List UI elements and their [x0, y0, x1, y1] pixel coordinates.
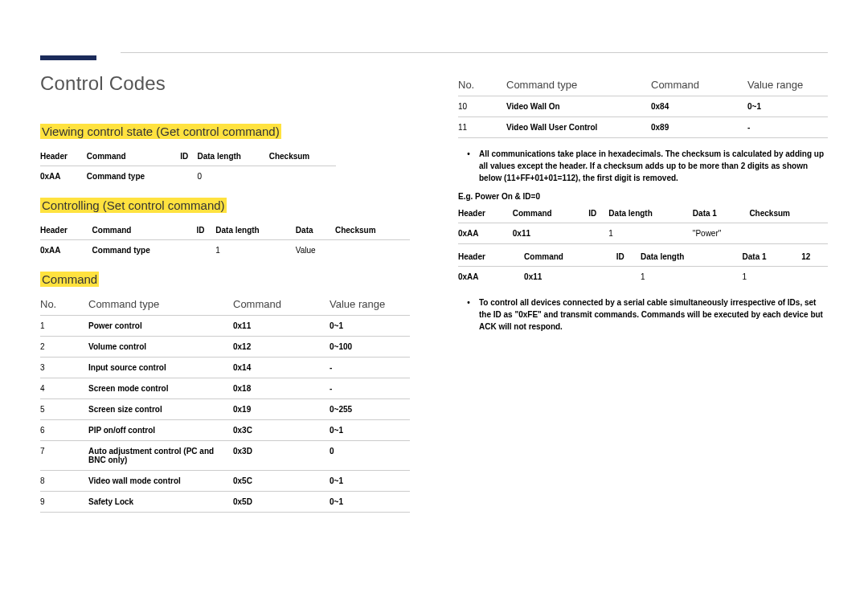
td: "Power" — [693, 223, 750, 244]
col-no: No. — [40, 298, 88, 310]
col-range: Value range — [330, 298, 410, 310]
table-row: 5Screen size control0x190~255 — [40, 399, 410, 420]
cell-type: Power control — [88, 316, 233, 337]
divider-line — [121, 52, 828, 53]
td: 0xAA — [458, 267, 524, 288]
th: Header — [40, 147, 87, 166]
th: Checksum — [269, 147, 336, 166]
th: Checksum — [335, 221, 410, 240]
cell-range: 0~1 — [330, 316, 410, 337]
cell-no: 8 — [40, 471, 88, 492]
td: Command type — [92, 240, 197, 261]
cell-no: 1 — [40, 316, 88, 337]
td: 1 — [608, 223, 693, 244]
th: Header — [458, 247, 524, 267]
td — [269, 166, 336, 187]
note-broadcast: • To control all devices connected by a … — [458, 296, 828, 333]
th: Command — [87, 147, 180, 166]
td: Command type — [87, 166, 180, 187]
th: Command — [92, 221, 197, 240]
table-row: 0xAA 0x11 1 1 — [458, 267, 828, 288]
cell-range: 0~1 — [747, 96, 828, 117]
table-row: 3Input source control0x14- — [40, 358, 410, 378]
th: Data length — [198, 147, 269, 166]
th: Data length — [608, 204, 693, 223]
command-list-right: 10Video Wall On0x840~111Video Wall User … — [458, 96, 828, 138]
th: Checksum — [749, 204, 828, 223]
page-content: Control Codes Viewing control state (Get… — [40, 72, 828, 589]
col-type: Command type — [88, 298, 233, 310]
command-table-header-right: No. Command type Command Value range — [458, 72, 828, 96]
accent-bar — [40, 55, 96, 60]
cell-range: - — [330, 358, 410, 378]
cell-command: 0x14 — [233, 358, 330, 378]
th: Data length — [641, 247, 743, 267]
table-row: 7Auto adjustment control (PC and BNC onl… — [40, 441, 410, 471]
example-table-b: Header Command ID Data length Data 1 12 … — [458, 247, 828, 287]
viewing-table: Header Command ID Data length Checksum 0… — [40, 147, 336, 186]
note-checksum: • All communications take place in hexad… — [458, 148, 828, 184]
table-row: 2Volume control0x120~100 — [40, 337, 410, 358]
td — [616, 267, 641, 288]
cell-command: 0x18 — [233, 378, 330, 399]
header-rule — [40, 50, 828, 56]
td: 1 — [743, 267, 802, 288]
table-header-row: Header Command ID Data length Data 1 Che… — [458, 204, 828, 223]
td: 0xAA — [40, 240, 92, 261]
th: Data 1 — [693, 204, 750, 223]
section-controlling: Controlling (Set control command) — [40, 198, 227, 213]
col-no: No. — [458, 79, 506, 91]
td — [335, 240, 410, 261]
table-header-row: Header Command ID Data length Data 1 12 — [458, 247, 828, 267]
th: Header — [458, 204, 513, 223]
cell-no: 11 — [458, 117, 506, 138]
bullet-icon: • — [458, 148, 479, 184]
th: Header — [40, 221, 92, 240]
td: 0xAA — [458, 223, 513, 244]
example-table-a: Header Command ID Data length Data 1 Che… — [458, 204, 828, 244]
table-row: 0xAA Command type 0 — [40, 166, 336, 187]
cell-range: - — [747, 117, 828, 138]
td: 1 — [215, 240, 296, 261]
cell-range: - — [330, 378, 410, 399]
cell-type: Input source control — [88, 358, 233, 378]
td: 0 — [198, 166, 269, 187]
th: Data 1 — [743, 247, 802, 267]
cell-type: PIP on/off control — [88, 420, 233, 441]
example-label: E.g. Power On & ID=0 — [458, 192, 828, 201]
table-header-row: Header Command ID Data length Data Check… — [40, 221, 410, 240]
td: 0xAA — [40, 166, 87, 187]
table-row: 4Screen mode control0x18- — [40, 378, 410, 399]
cell-command: 0x3D — [233, 441, 330, 471]
td: 0x11 — [524, 267, 616, 288]
section-command: Command — [40, 272, 99, 287]
cell-range: 0~255 — [330, 399, 410, 420]
cell-command: 0x84 — [651, 96, 747, 117]
cell-type: Volume control — [88, 337, 233, 358]
command-table-header: No. Command type Command Value range — [40, 292, 410, 316]
cell-range: 0~1 — [330, 471, 410, 492]
th: ID — [616, 247, 641, 267]
td — [196, 240, 215, 261]
cell-command: 0x11 — [233, 316, 330, 337]
table-row: 11Video Wall User Control0x89- — [458, 117, 828, 138]
note-text: All communications take place in hexadec… — [479, 148, 828, 184]
table-row: 1Power control0x110~1 — [40, 316, 410, 337]
table-row: 0xAA Command type 1 Value — [40, 240, 410, 261]
th: ID — [196, 221, 215, 240]
cell-type: Screen mode control — [88, 378, 233, 399]
col-range: Value range — [747, 79, 828, 91]
cell-command: 0x3C — [233, 420, 330, 441]
page-title: Control Codes — [40, 72, 410, 95]
cell-type: Screen size control — [88, 399, 233, 420]
cell-type: Auto adjustment control (PC and BNC only… — [88, 441, 233, 471]
cell-command: 0x89 — [651, 117, 747, 138]
cell-type: Safety Lock — [88, 492, 233, 513]
bullet-icon: • — [458, 296, 479, 333]
col-command: Command — [233, 298, 330, 310]
cell-range: 0 — [330, 441, 410, 471]
cell-range: 0~1 — [330, 492, 410, 513]
command-list-left: 1Power control0x110~12Volume control0x12… — [40, 316, 410, 513]
td: 0x11 — [513, 223, 589, 244]
table-row: 9Safety Lock0x5D0~1 — [40, 492, 410, 513]
